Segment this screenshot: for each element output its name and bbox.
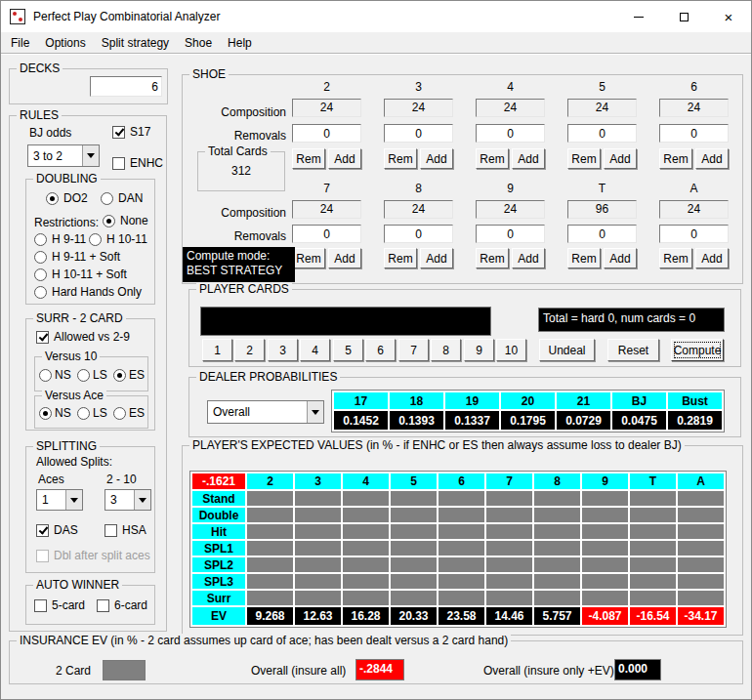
card-button-1[interactable]: 1 (202, 339, 232, 361)
dealer-prob-header: 17 (334, 392, 388, 409)
removals-input[interactable] (476, 124, 545, 143)
card-button-2[interactable]: 2 (234, 339, 265, 361)
removals-input[interactable] (292, 225, 361, 243)
add-button[interactable]: Add (512, 148, 545, 169)
ev-empty-cell (343, 541, 389, 556)
rem-button[interactable]: Rem (567, 248, 601, 268)
card-button-4[interactable]: 4 (300, 339, 330, 361)
ev-value: 5.757 (534, 607, 580, 625)
menu-options[interactable]: Options (37, 33, 93, 53)
add-button[interactable]: Add (512, 248, 545, 268)
card-button-10[interactable]: 10 (496, 339, 526, 361)
card-button-7[interactable]: 7 (398, 339, 429, 361)
card-button-3[interactable]: 3 (268, 339, 298, 361)
add-button[interactable]: Add (328, 148, 361, 169)
minimize-button[interactable] (616, 1, 661, 32)
composition-label-row2: Composition (208, 206, 286, 220)
restriction-h1011-soft-radio[interactable]: H 10-11 + Soft (34, 268, 127, 281)
removals-input[interactable] (567, 225, 637, 243)
restriction-h911-soft-radio[interactable]: H 9-11 + Soft (34, 250, 120, 264)
bj-odds-dropdown-button[interactable] (82, 145, 99, 166)
minimize-icon (634, 17, 644, 18)
bj-odds-dropdown[interactable]: 3 to 2 (27, 144, 100, 167)
vsace-es-radio[interactable]: ES (113, 406, 145, 420)
add-button[interactable]: Add (604, 248, 637, 268)
composition-value: 96 (567, 200, 637, 219)
dealer-prob-value: 0.0729 (557, 411, 610, 430)
total-cards-group: Total Cards 312 (197, 151, 285, 191)
rem-button[interactable]: Rem (476, 148, 509, 169)
ev-empty-cell (534, 541, 580, 556)
card-button-6[interactable]: 6 (365, 339, 396, 361)
dealer-prob-header: Bust (668, 392, 722, 409)
hsa-checkbox[interactable]: HSA (104, 523, 146, 537)
menu-file[interactable]: File (3, 33, 37, 53)
six-card-checkbox[interactable]: 6-card (97, 598, 147, 612)
card-button-8[interactable]: 8 (431, 339, 461, 361)
rem-button[interactable]: Rem (476, 248, 509, 268)
do2-radio[interactable]: DO2 (46, 191, 88, 205)
removals-input[interactable] (659, 124, 729, 143)
removals-input[interactable] (384, 225, 453, 243)
das-checkbox[interactable]: DAS (36, 523, 78, 537)
vs10-ns-radio[interactable]: NS (39, 368, 71, 382)
s17-checkbox[interactable]: S17 (112, 125, 150, 139)
restriction-none-radio[interactable]: None (103, 214, 148, 227)
ev-empty-cell (582, 541, 628, 556)
restriction-hard-only-radio[interactable]: Hard Hands Only (34, 285, 142, 299)
add-button[interactable]: Add (420, 248, 453, 268)
rem-button[interactable]: Rem (384, 148, 417, 169)
vs10-ls-radio[interactable]: LS (77, 368, 107, 382)
restriction-h911-radio[interactable]: H 9-11 (34, 232, 86, 246)
restriction-h1011-radio[interactable]: H 10-11 (89, 232, 147, 246)
rem-button[interactable]: Rem (659, 248, 692, 268)
ev-empty-cell (678, 557, 724, 572)
menu-help[interactable]: Help (220, 33, 260, 53)
aces-splits-dropdown[interactable]: 1 (36, 489, 83, 511)
removals-input[interactable] (384, 124, 453, 143)
dealer-prob-value: 0.1452 (334, 411, 388, 430)
five-card-checkbox[interactable]: 5-card (34, 598, 85, 612)
rem-button[interactable]: Rem (292, 148, 325, 169)
add-button[interactable]: Add (328, 248, 361, 268)
card-button-9[interactable]: 9 (464, 339, 494, 361)
add-button[interactable]: Add (695, 148, 729, 169)
vs10-es-radio[interactable]: ES (113, 368, 145, 382)
vsace-ls-radio[interactable]: LS (77, 406, 107, 420)
ev-row-surr: Surr (192, 591, 724, 605)
close-button[interactable]: × (706, 1, 751, 32)
removals-input[interactable] (476, 225, 545, 243)
maximize-button[interactable] (661, 1, 706, 32)
removals-input[interactable] (659, 225, 729, 243)
menu-split-strategy[interactable]: Split strategy (94, 33, 177, 53)
reset-button[interactable]: Reset (607, 339, 659, 361)
dealer-probabilities-group-label: DEALER PROBABILITIES (196, 370, 340, 384)
dealer-probs-dropdown[interactable]: Overall (207, 400, 324, 424)
dan-radio[interactable]: DAN (101, 191, 143, 205)
add-button[interactable]: Add (420, 148, 453, 169)
composition-value: 24 (384, 99, 453, 117)
expected-values-group-label: PLAYER'S EXPECTED VALUES (in % - if ENHC… (189, 438, 685, 452)
ev-value: 14.46 (486, 607, 532, 625)
menu-shoe[interactable]: Shoe (177, 33, 220, 53)
enhc-checkbox[interactable]: ENHC (112, 156, 163, 170)
removals-input[interactable] (292, 124, 361, 143)
surr-allowed-checkbox[interactable]: Allowed vs 2-9 (36, 330, 130, 344)
vsace-ns-radio[interactable]: NS (39, 406, 71, 420)
two-ten-splits-dropdown[interactable]: 3 (104, 489, 151, 511)
compute-button[interactable]: Compute (671, 339, 724, 361)
add-button[interactable]: Add (695, 248, 729, 268)
card-button-5[interactable]: 5 (333, 339, 363, 361)
rem-button[interactable]: Rem (659, 148, 692, 169)
decks-input[interactable] (90, 76, 162, 97)
rem-button[interactable]: Rem (292, 248, 325, 268)
rules-group: RULES BJ odds S17 3 to 2 ENHC DOUBLING D… (9, 115, 167, 632)
rem-button[interactable]: Rem (567, 148, 601, 169)
add-button[interactable]: Add (604, 148, 637, 169)
ev-empty-cell (439, 557, 484, 572)
removals-input[interactable] (567, 124, 637, 143)
composition-value: 24 (384, 200, 453, 219)
undeal-button[interactable]: Undeal (539, 339, 595, 361)
rank-label: A (659, 182, 729, 195)
rem-button[interactable]: Rem (384, 248, 417, 268)
